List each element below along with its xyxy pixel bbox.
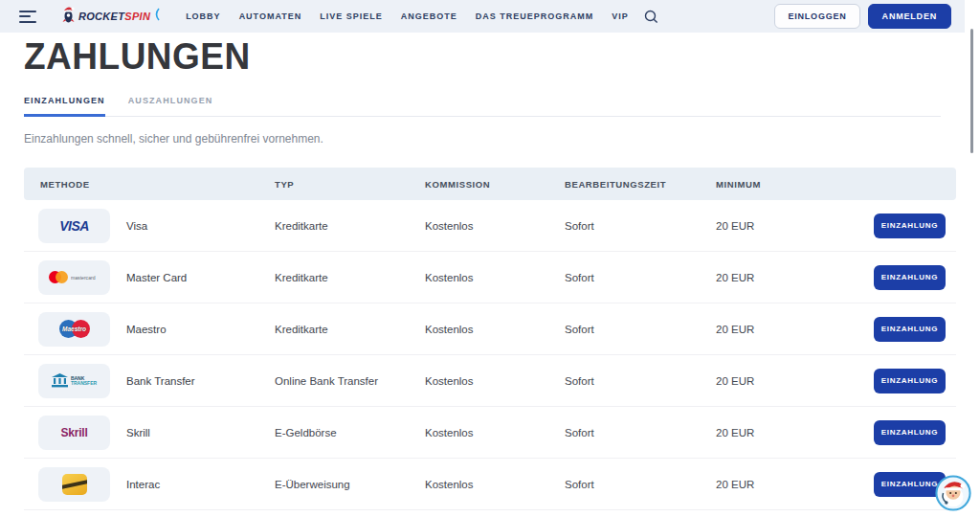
page-description: Einzahlungen schnell, sicher und gebühre… (24, 132, 941, 146)
minimum-value: 20 EUR (716, 479, 850, 490)
minimum-value: 20 EUR (716, 220, 850, 232)
table-row: BANKTRANSFER Bank Transfer Online Bank T… (24, 355, 956, 407)
nav-item-angebote[interactable]: ANGEBOTE (401, 11, 457, 21)
auth-buttons: EINLOGGEN ANMELDEN (774, 4, 951, 29)
tab-auszahlungen[interactable]: AUSZAHLUNGEN (128, 96, 213, 116)
method-name: Maestro (126, 324, 167, 335)
deposit-button[interactable]: EINZAHLUNG (874, 214, 946, 238)
minimum-value: 20 EUR (716, 375, 850, 387)
type-value: Kreditkarte (275, 272, 425, 283)
nav-item-live-spiele[interactable]: LIVE SPIELE (320, 11, 383, 21)
commission-value: Kostenlos (425, 324, 565, 335)
col-header-kommission: KOMMISSION (425, 179, 565, 190)
nav-item-lobby[interactable]: LOBBY (186, 11, 221, 21)
type-value: Kreditkarte (275, 220, 425, 232)
bank-transfer-logo: BANKTRANSFER (38, 364, 110, 398)
deposit-button[interactable]: EINZAHLUNG (874, 369, 946, 393)
deposit-button[interactable]: EINZAHLUNG (874, 317, 946, 342)
processing-value: Sofort (565, 479, 716, 490)
col-header-bearbeitungszeit: BEARBEITUNGSZEIT (565, 179, 716, 190)
page-title: ZAHLUNGEN (24, 35, 941, 78)
processing-value: Sofort (565, 272, 716, 283)
payment-methods-table: METHODE TYP KOMMISSION BEARBEITUNGSZEIT … (24, 168, 956, 510)
table-row: mastercard Master Card Kreditkarte Koste… (24, 252, 956, 303)
top-nav: ROCKETSPIN LOBBY AUTOMATEN LIVE SPIELE A… (0, 0, 965, 33)
processing-value: Sofort (565, 220, 716, 232)
processing-value: Sofort (565, 375, 716, 387)
payments-tabs: EINZAHLUNGEN AUSZAHLUNGEN (24, 96, 941, 117)
brand-logo[interactable]: ROCKETSPIN (61, 6, 161, 27)
col-header-typ: TYP (275, 179, 425, 190)
minimum-value: 20 EUR (716, 324, 850, 335)
login-button[interactable]: EINLOGGEN (774, 4, 859, 29)
hamburger-menu-icon[interactable] (19, 11, 38, 23)
visa-logo: VISA (38, 209, 110, 243)
main-content: ZAHLUNGEN EINZAHLUNGEN AUSZAHLUNGEN Einz… (0, 33, 965, 510)
processing-value: Sofort (565, 427, 716, 438)
live-chat-widget[interactable] (935, 475, 971, 511)
rocket-logo-icon (61, 6, 76, 27)
scrollbar-track (965, 0, 980, 517)
type-value: E-Geldbörse (275, 427, 425, 438)
col-header-minimum: MINIMUM (716, 179, 850, 190)
maestro-logo: Maestro (38, 312, 110, 347)
scrollbar-thumb[interactable] (970, 29, 973, 153)
table-row: Maestro Maestro Kreditkarte Kostenlos So… (24, 303, 956, 355)
table-header: METHODE TYP KOMMISSION BEARBEITUNGSZEIT … (24, 168, 956, 200)
method-name: Skrill (126, 427, 150, 438)
commission-value: Kostenlos (425, 427, 565, 438)
brand-wordmark: ROCKETSPIN (78, 11, 150, 22)
commission-value: Kostenlos (425, 220, 565, 232)
commission-value: Kostenlos (425, 375, 565, 387)
interac-logo (38, 467, 110, 502)
minimum-value: 20 EUR (716, 427, 850, 438)
tab-einzahlungen[interactable]: EINZAHLUNGEN (24, 96, 105, 117)
type-value: Online Bank Transfer (275, 375, 425, 387)
mastercard-logo: mastercard (38, 260, 110, 295)
minimum-value: 20 EUR (716, 272, 850, 283)
table-row: VISA Visa Kreditkarte Kostenlos Sofort 2… (24, 200, 956, 252)
table-row: Interac E-Überweisung Kostenlos Sofort 2… (24, 459, 956, 510)
brand-swoosh-icon (153, 8, 161, 25)
commission-value: Kostenlos (425, 479, 565, 490)
type-value: Kreditkarte (275, 324, 425, 335)
deposit-button[interactable]: EINZAHLUNG (874, 265, 946, 290)
method-name: Visa (126, 220, 147, 232)
nav-item-treueprogramm[interactable]: DAS TREUEPROGRAMM (476, 11, 594, 21)
method-name: Master Card (126, 272, 187, 283)
col-header-methode: METHODE (24, 179, 275, 190)
table-row: Skrill Skrill E-Geldbörse Kostenlos Sofo… (24, 407, 956, 459)
nav-item-automaten[interactable]: AUTOMATEN (239, 11, 302, 21)
bank-icon (52, 373, 68, 388)
processing-value: Sofort (565, 324, 716, 335)
method-name: Interac (126, 479, 160, 490)
deposit-button[interactable]: EINZAHLUNG (874, 420, 946, 445)
register-button[interactable]: ANMELDEN (868, 4, 951, 29)
nav-menu: LOBBY AUTOMATEN LIVE SPIELE ANGEBOTE DAS… (186, 11, 629, 21)
search-icon[interactable] (644, 10, 658, 24)
method-name: Bank Transfer (126, 375, 195, 387)
skrill-logo: Skrill (38, 416, 110, 450)
nav-item-vip[interactable]: VIP (612, 11, 629, 21)
type-value: E-Überweisung (275, 479, 425, 490)
commission-value: Kostenlos (425, 272, 565, 283)
payments-page: ROCKETSPIN LOBBY AUTOMATEN LIVE SPIELE A… (0, 0, 980, 517)
santa-support-icon (935, 475, 971, 511)
